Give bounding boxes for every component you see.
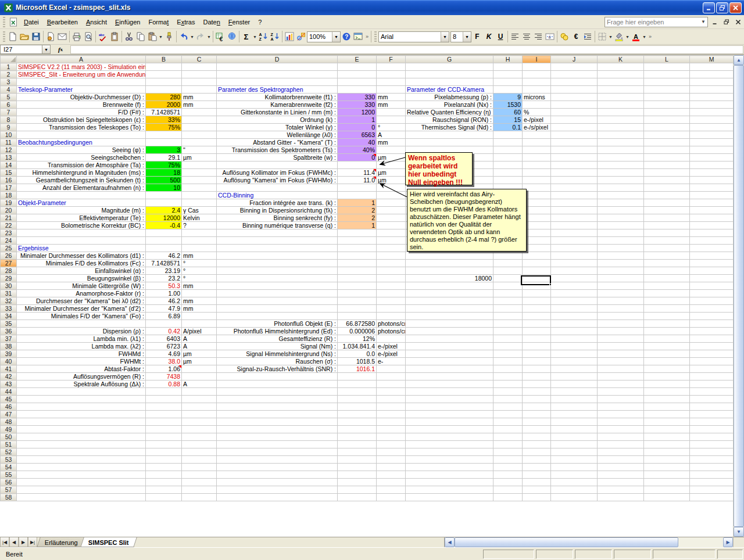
cell-F38[interactable]: e-/pixel (377, 343, 406, 350)
cell-I48[interactable] (523, 418, 551, 426)
sheet-tab-erl-uterung[interactable]: Erläuterung (37, 537, 85, 547)
cell-G52[interactable] (406, 448, 493, 456)
row-header-32[interactable]: 32 (1, 297, 17, 305)
cell-M31[interactable] (690, 290, 734, 297)
cell-A32[interactable]: Durchmesser der "Kamera" bei λ0 (d2) : (17, 297, 146, 305)
horizontal-scroll-thumb[interactable] (455, 537, 678, 547)
cell-C33[interactable]: mm (182, 305, 217, 313)
cell-B21[interactable]: 12000 (146, 214, 182, 222)
cell-D45[interactable] (217, 396, 338, 403)
cell-F37[interactable] (377, 335, 406, 343)
row-header-29[interactable]: 29 (1, 275, 17, 282)
cell-K32[interactable] (598, 297, 644, 305)
cell-H54[interactable] (493, 464, 523, 471)
cell-F32[interactable] (377, 297, 406, 305)
cell-B30[interactable]: 50.3 (146, 282, 182, 290)
cell-J7[interactable] (551, 109, 598, 116)
workbook-restore-button[interactable] (721, 17, 731, 27)
question-dropdown-icon[interactable]: ▼ (701, 19, 706, 24)
cell-M16[interactable] (690, 177, 734, 184)
cell-D4[interactable]: Parameter des Spektrographen (217, 86, 338, 94)
cell-F43[interactable] (377, 380, 406, 388)
cell-A3[interactable] (17, 78, 146, 86)
cell-H29[interactable] (493, 275, 523, 282)
cell-G51[interactable] (406, 441, 493, 448)
cell-J50[interactable] (551, 433, 598, 441)
row-header-48[interactable]: 48 (1, 418, 17, 426)
cell-A37[interactable]: Lambda min. (λ1) : (17, 335, 146, 343)
cell-D44[interactable] (217, 388, 338, 396)
cell-J18[interactable] (551, 192, 598, 199)
font-name-combo[interactable]: Arial▼ (378, 31, 449, 42)
cell-L14[interactable] (644, 161, 690, 169)
cell-M15[interactable] (690, 169, 734, 177)
cell-L13[interactable] (644, 154, 690, 161)
cell-D58[interactable] (217, 494, 338, 501)
cell-L25[interactable] (644, 245, 690, 252)
cell-C39[interactable]: µm (182, 350, 217, 358)
cell-A43[interactable]: Spektrale Auflösung (Δλ) : (17, 380, 146, 388)
cell-J10[interactable] (551, 131, 598, 139)
row-header-25[interactable]: 25 (1, 245, 17, 252)
cell-B27[interactable]: 7.1428571 (146, 260, 182, 267)
cell-M34[interactable] (690, 313, 734, 320)
print-icon[interactable] (71, 31, 83, 42)
row-header-40[interactable]: 40 (1, 358, 17, 365)
cell-I55[interactable] (523, 471, 551, 479)
cell-B11[interactable] (146, 139, 182, 146)
cell-F6[interactable]: mm (377, 101, 406, 109)
cell-L17[interactable] (644, 184, 690, 192)
cell-C7[interactable] (182, 109, 217, 116)
cell-C56[interactable] (182, 479, 217, 486)
row-header-8[interactable]: 8 (1, 116, 17, 124)
permission-icon[interactable] (45, 31, 56, 42)
cell-F7[interactable] (377, 109, 406, 116)
cell-D30[interactable] (217, 282, 338, 290)
row-header-36[interactable]: 36 (1, 328, 17, 335)
cell-H40[interactable] (493, 358, 523, 365)
cell-D52[interactable] (217, 448, 338, 456)
help-icon[interactable]: ? (341, 31, 352, 42)
cell-E49[interactable] (338, 426, 377, 433)
cell-A6[interactable]: Brennweite (f) : (17, 101, 146, 109)
row-header-5[interactable]: 5 (1, 94, 17, 101)
cell-H5[interactable]: 9 (493, 94, 523, 101)
cell-I53[interactable] (523, 456, 551, 464)
cell-M22[interactable] (690, 222, 734, 229)
cell-J29[interactable] (551, 275, 598, 282)
menu-extras[interactable]: Extras (173, 17, 199, 27)
cell-G31[interactable] (406, 290, 493, 297)
cell-I34[interactable] (523, 313, 551, 320)
cell-E1[interactable] (338, 63, 377, 71)
cell-F42[interactable] (377, 373, 406, 380)
cell-M5[interactable] (690, 94, 734, 101)
cell-C51[interactable] (182, 441, 217, 448)
row-header-34[interactable]: 34 (1, 313, 17, 320)
cell-F55[interactable] (377, 471, 406, 479)
cell-I52[interactable] (523, 448, 551, 456)
cell-J13[interactable] (551, 154, 598, 161)
cell-L48[interactable] (644, 418, 690, 426)
bold-icon[interactable]: F (471, 31, 483, 42)
cell-I56[interactable] (523, 479, 551, 486)
format-painter-icon[interactable] (163, 31, 175, 42)
font-color-icon[interactable]: A (630, 31, 642, 42)
cell-K2[interactable] (598, 71, 644, 78)
cell-G49[interactable] (406, 426, 493, 433)
cell-B28[interactable]: 23.19 (146, 267, 182, 275)
cell-E37[interactable]: 12% (338, 335, 377, 343)
cell-G37[interactable] (406, 335, 493, 343)
cell-J39[interactable] (551, 350, 598, 358)
cell-I58[interactable] (523, 494, 551, 501)
cell-L55[interactable] (644, 471, 690, 479)
cell-H56[interactable] (493, 479, 523, 486)
cell-A36[interactable]: Dispersion (ρ) : (17, 328, 146, 335)
euro-style-icon[interactable]: € (570, 31, 582, 42)
cell-E29[interactable] (338, 275, 377, 282)
cell-H1[interactable] (493, 63, 523, 71)
cell-K31[interactable] (598, 290, 644, 297)
cell-J31[interactable] (551, 290, 598, 297)
cell-C52[interactable] (182, 448, 217, 456)
cell-F26[interactable] (377, 252, 406, 260)
cell-G40[interactable] (406, 358, 493, 365)
